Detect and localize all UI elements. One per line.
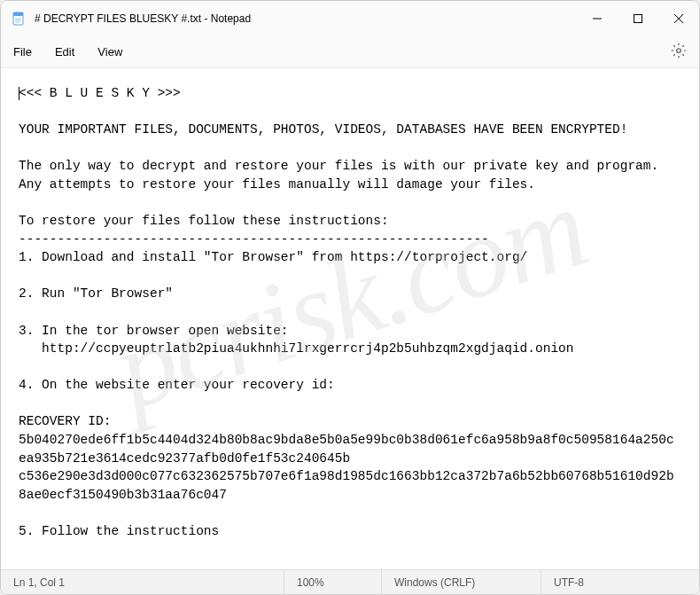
menubar: File Edit View: [1, 36, 699, 68]
svg-rect-6: [634, 15, 642, 23]
maximize-button[interactable]: [618, 1, 658, 36]
status-zoom: 100%: [284, 570, 382, 594]
statusbar: Ln 1, Col 1 100% Windows (CRLF) UTF-8: [1, 569, 699, 594]
window-controls: [577, 1, 699, 36]
status-line-ending: Windows (CRLF): [382, 570, 541, 594]
status-position: Ln 1, Col 1: [1, 570, 284, 594]
close-button[interactable]: [658, 1, 699, 36]
svg-rect-1: [13, 12, 23, 16]
text-editor[interactable]: <<< B L U E S K Y >>> YOUR IMPORTANT FIL…: [1, 68, 699, 569]
menu-file[interactable]: File: [13, 45, 32, 59]
minimize-button[interactable]: [577, 1, 618, 36]
titlebar: # DECRYPT FILES BLUESKY #.txt - Notepad: [1, 1, 699, 36]
document-text: <<< B L U E S K Y >>> YOUR IMPORTANT FIL…: [19, 86, 674, 538]
status-encoding: UTF-8: [541, 570, 596, 594]
notepad-icon: [12, 12, 26, 26]
settings-button[interactable]: [671, 43, 687, 62]
menu-view[interactable]: View: [97, 45, 122, 59]
notepad-window: # DECRYPT FILES BLUESKY #.txt - Notepad …: [0, 0, 700, 595]
titlebar-left: # DECRYPT FILES BLUESKY #.txt - Notepad: [12, 12, 251, 26]
svg-point-9: [677, 48, 681, 52]
window-title: # DECRYPT FILES BLUESKY #.txt - Notepad: [35, 12, 251, 25]
menu-edit[interactable]: Edit: [55, 45, 74, 59]
